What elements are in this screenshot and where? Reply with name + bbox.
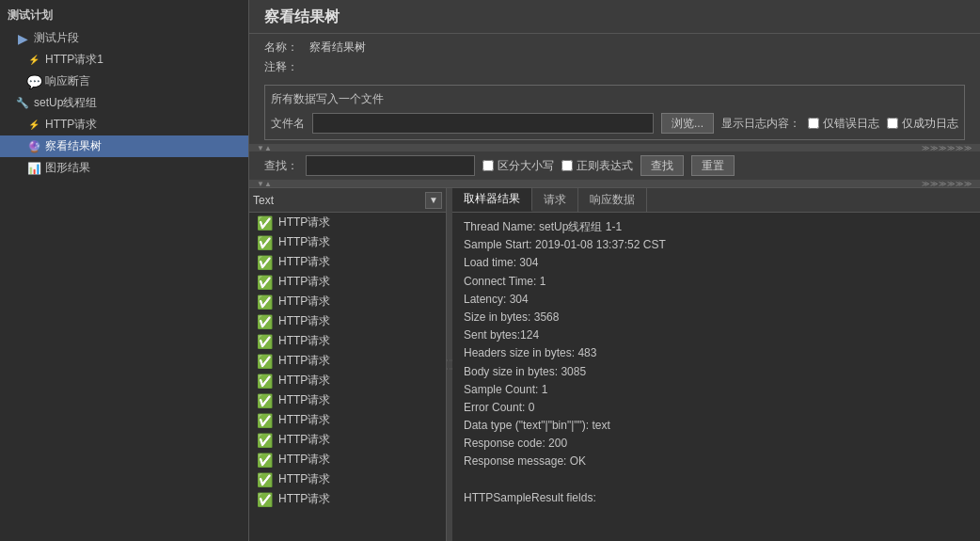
- search-button[interactable]: 查找: [640, 155, 684, 176]
- list-item[interactable]: ✅HTTP请求: [249, 489, 446, 509]
- detail-tab-response[interactable]: 响应数据: [578, 188, 647, 212]
- list-item[interactable]: ✅HTTP请求: [249, 272, 446, 292]
- detail-line: Body size in bytes: 3085: [464, 363, 969, 381]
- check-icon: ✅: [257, 354, 273, 369]
- sidebar-item-response-assert[interactable]: 💬响应断言: [0, 71, 248, 92]
- list-item[interactable]: ✅HTTP请求: [249, 469, 446, 489]
- detail-tab-request[interactable]: 请求: [532, 188, 578, 212]
- search-label: 查找：: [264, 158, 298, 174]
- detail-line: Connect Time: 1: [464, 273, 969, 291]
- page-title: 察看结果树: [249, 0, 980, 34]
- list-item-label: HTTP请求: [278, 274, 330, 290]
- form-section: 名称： 察看结果树 注释：: [249, 34, 980, 81]
- sidebar-item-label-test-plan: 测试片段: [34, 30, 79, 46]
- detail-panel: 取样器结果请求响应数据 Thread Name: setUp线程组 1-1Sam…: [452, 188, 980, 541]
- sidebar-title: 测试计划: [0, 4, 248, 27]
- check-icon: ✅: [257, 453, 273, 468]
- file-input[interactable]: [312, 113, 654, 134]
- list-item-label: HTTP请求: [278, 491, 330, 507]
- success-only-checkbox[interactable]: [887, 118, 898, 129]
- list-item[interactable]: ✅HTTP请求: [249, 410, 446, 430]
- list-item[interactable]: ✅HTTP请求: [249, 430, 446, 450]
- sidebar-item-label-result-tree: 察看结果树: [45, 138, 102, 154]
- list-item-label: HTTP请求: [278, 313, 330, 329]
- sidebar-item-result-tree[interactable]: 🔮察看结果树: [0, 135, 248, 157]
- list-item-label: HTTP请求: [278, 471, 330, 487]
- list-item[interactable]: ✅HTTP请求: [249, 232, 446, 252]
- sidebar-item-http-request[interactable]: ⚡HTTP请求: [0, 114, 248, 135]
- detail-line: Latency: 304: [464, 291, 969, 309]
- file-label: 文件名: [271, 116, 305, 132]
- check-icon: ✅: [257, 492, 273, 507]
- detail-line: Sample Start: 2019-01-08 13:37:52 CST: [464, 236, 969, 254]
- error-only-checkbox[interactable]: [808, 118, 819, 129]
- list-item-label: HTTP请求: [278, 294, 330, 310]
- detail-tab-sampler[interactable]: 取样器结果: [452, 188, 532, 212]
- detail-line: Response message: OK: [464, 453, 969, 470]
- error-only-label: 仅错误日志: [823, 116, 879, 132]
- divider-bar-1[interactable]: ▼▲ ≫≫≫≫≫≫: [249, 144, 980, 151]
- sidebar-item-setup-group[interactable]: 🔧setUp线程组: [0, 92, 248, 114]
- list-item[interactable]: ✅HTTP请求: [249, 351, 446, 371]
- list-item-label: HTTP请求: [278, 412, 330, 428]
- list-item-label: HTTP请求: [278, 392, 330, 408]
- tree-icon: 🔮: [26, 139, 41, 154]
- sidebar-item-label-setup-group: setUp线程组: [34, 95, 97, 111]
- detail-lines-container: Thread Name: setUp线程组 1-1Sample Start: 2…: [464, 218, 969, 507]
- detail-line: Thread Name: setUp线程组 1-1: [464, 218, 969, 236]
- error-only-checkbox-item: 仅错误日志: [808, 116, 879, 132]
- check-icon: ✅: [257, 275, 273, 290]
- list-item-label: HTTP请求: [278, 215, 330, 231]
- sidebar: 测试计划 ▶测试片段⚡HTTP请求1💬响应断言🔧setUp线程组⚡HTTP请求🔮…: [0, 0, 249, 541]
- check-icon: ✅: [257, 235, 273, 250]
- check-icon: ✅: [257, 334, 273, 349]
- sidebar-item-http-request-1[interactable]: ⚡HTTP请求1: [0, 49, 248, 71]
- list-item[interactable]: ✅HTTP请求: [249, 371, 446, 390]
- detail-content[interactable]: Thread Name: setUp线程组 1-1Sample Start: 2…: [452, 213, 980, 541]
- success-only-label: 仅成功日志: [902, 116, 958, 132]
- check-icon: ✅: [257, 413, 273, 428]
- check-icon: ✅: [257, 374, 273, 389]
- check-icon: ✅: [257, 393, 273, 408]
- list-item[interactable]: ✅HTTP请求: [249, 331, 446, 351]
- detail-line: [464, 471, 969, 489]
- list-item[interactable]: ✅HTTP请求: [249, 213, 446, 232]
- detail-line: Error Count: 0: [464, 399, 969, 417]
- regex-item: 正则表达式: [561, 158, 633, 174]
- regex-checkbox[interactable]: [561, 160, 573, 171]
- list-item[interactable]: ✅HTTP请求: [249, 390, 446, 410]
- search-input[interactable]: [306, 155, 475, 176]
- check-icon: ✅: [257, 294, 273, 310]
- graph-icon: 📊: [26, 161, 41, 176]
- list-item[interactable]: ✅HTTP请求: [249, 450, 446, 469]
- sidebar-item-test-plan[interactable]: ▶测试片段: [0, 27, 248, 49]
- detail-line: Size in bytes: 3568: [464, 309, 969, 326]
- sidebar-item-label-http-request: HTTP请求: [45, 117, 97, 133]
- list-dropdown-button[interactable]: ▼: [425, 192, 442, 209]
- detail-line: Headers size in bytes: 483: [464, 344, 969, 362]
- sidebar-item-graph-result[interactable]: 📊图形结果: [0, 157, 248, 179]
- list-header: Text ▼: [249, 188, 446, 213]
- detail-line: Response code: 200: [464, 435, 969, 453]
- reset-button[interactable]: 重置: [691, 155, 735, 176]
- list-item[interactable]: ✅HTTP请求: [249, 252, 446, 272]
- case-sensitive-label: 区分大小写: [498, 158, 554, 174]
- sidebar-item-label-graph-result: 图形结果: [45, 160, 90, 176]
- case-sensitive-item: 区分大小写: [482, 158, 554, 174]
- http-icon: ⚡: [26, 53, 41, 68]
- list-item-label: HTTP请求: [278, 234, 330, 250]
- list-item[interactable]: ✅HTTP请求: [249, 311, 446, 331]
- check-icon: ✅: [257, 433, 273, 448]
- http-icon: ⚡: [26, 118, 41, 133]
- divider-bar-2[interactable]: ▼▲ ≫≫≫≫≫≫: [249, 180, 980, 187]
- setup-icon: 🔧: [15, 96, 30, 111]
- case-sensitive-checkbox[interactable]: [482, 160, 494, 171]
- detail-line: Load time: 304: [464, 254, 969, 272]
- comment-row: 注释：: [264, 59, 965, 75]
- list-item[interactable]: ✅HTTP请求: [249, 292, 446, 311]
- detail-tabs-container: 取样器结果请求响应数据: [452, 188, 647, 212]
- file-section: 所有数据写入一个文件 文件名 浏览... 显示日志内容： 仅错误日志 仅成功日志: [264, 85, 965, 140]
- browse-button[interactable]: 浏览...: [661, 113, 714, 134]
- list-scroll[interactable]: ✅HTTP请求✅HTTP请求✅HTTP请求✅HTTP请求✅HTTP请求✅HTTP…: [249, 213, 446, 541]
- name-row: 名称： 察看结果树: [264, 40, 965, 56]
